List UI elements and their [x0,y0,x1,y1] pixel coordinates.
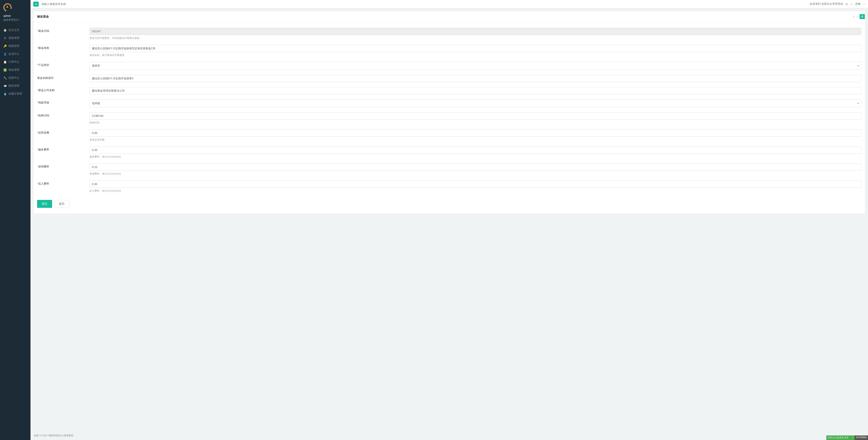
row-fund-code: *基金代码 基金代码不能重复，代码创建后不能再次修改 [37,28,861,40]
select-risk-level[interactable]: 低风险 [89,99,861,107]
welcome-text: 欢迎来到 创富后台管理系统 [810,2,843,6]
label-org-code: 机构代码 [38,114,49,117]
expand-icon[interactable]: ▭ [863,2,865,6]
label-short-name: 基金名称缩写 [37,76,54,79]
label-product-type: 产品类型 [38,63,49,67]
user-icon: 👤 [3,53,7,56]
input-mgmt-fee[interactable] [89,164,861,171]
row-service-fee: *服务费率 服务费率，单位为百分比(%) [37,146,861,159]
label-risk-level: 风险等级 [38,101,49,104]
reply-icon[interactable]: ↶ [856,15,858,18]
chevron-left-icon: ‹ [27,69,28,71]
nav: 🏠 后台主页 ⚙ 系统管理 ‹ 🔑 权限管理 ‹ 👤 会员中心 ‹ 📋 订单中心… [0,26,31,98]
sidebar: admin 超级管理员9 🏠 后台主页 ⚙ 系统管理 ‹ 🔑 权限管理 ‹ 👤 … [0,0,31,440]
nav-item-yuebao[interactable]: 💧 余额宝管理 ‹ [0,90,31,98]
nav-item-permission[interactable]: 🔑 权限管理 ‹ [0,42,31,50]
trash-icon[interactable]: 🗑 [845,2,848,6]
logout-icon[interactable]: ↦ [850,2,853,6]
row-start-amount: *起投金额 基金起投金额 [37,129,861,141]
perf-badge: 开开心心过大年 开开 ✓ 0.070599s [826,435,868,440]
help-buy-fee: 买入费率，单位为百分比(%) [89,189,861,193]
nav-label: 权限管理 [8,44,19,48]
nav-item-finance[interactable]: 📨 财务管理 ‹ [0,82,31,90]
hamburger-icon: ≡ [35,3,37,5]
label-fund-code: 基金代码 [38,29,49,33]
input-start-amount[interactable] [89,129,861,137]
key-icon: 🔑 [3,44,7,48]
badge-time: 0.070599s [855,435,868,440]
drop-icon: 💧 [3,92,7,96]
row-buy-fee: *买入费率 买入费率，单位为百分比(%) [37,180,861,193]
form-actions: 提交 返回 [37,198,861,210]
chart-icon: 💹 [3,68,7,72]
input-org-code[interactable] [89,112,861,120]
input-company[interactable] [89,87,861,94]
home-icon: 🏠 [3,29,7,32]
refresh-icon[interactable]: ⟳ [853,15,855,18]
config-icon[interactable]: ⚙ [860,14,865,19]
row-company: *基金公司名称 [37,87,861,94]
row-short-name: 基金名称缩写 [37,75,861,82]
gear-icon: ⚙ [3,37,7,40]
nav-label: 系统管理 [8,36,19,40]
nav-item-fund[interactable]: 💹 基金管理 ‹ [0,66,31,74]
nav-label: 基金管理 [8,68,19,72]
nav-label: 后台主页 [8,28,19,32]
username: admin [3,14,27,18]
nav-label: 订单中心 [8,60,19,64]
main: ≡ 欢迎来到 创富后台管理系统 🗑 ↦ 注销 ▭ 修改基金 ⟳ ↶ ⚙ *基金代 [31,0,868,440]
footer: 创富 © 2021 网络科技后台管理系统 [31,431,868,440]
back-button[interactable]: 返回 [54,200,69,208]
chevron-left-icon: ‹ [27,77,28,79]
nav-label: 会员中心 [8,52,19,56]
logout-link[interactable]: 注销 [855,2,861,6]
nav-item-member[interactable]: 👤 会员中心 ‹ [0,50,31,58]
topbar-right: 欢迎来到 创富后台管理系统 🗑 ↦ 注销 ▭ [810,2,865,6]
label-buy-fee: 买入费率 [38,182,49,185]
badge-check-icon: ✓ [850,435,855,440]
label-fund-name: 基金名称 [38,46,49,49]
nav-label: 财务管理 [8,84,19,88]
mail-icon: 📨 [3,84,7,88]
panel-body: *基金代码 基金代码不能重复，代码创建后不能再次修改 *基金名称 基金名称，请尽… [34,22,865,213]
hamburger-button[interactable]: ≡ [33,2,39,7]
chevron-left-icon: ‹ [27,61,28,63]
panel-title: 修改基金 [37,14,49,19]
label-start-amount: 起投金额 [38,131,49,134]
wrench-icon: 🔧 [3,76,7,79]
content: 修改基金 ⟳ ↶ ⚙ *基金代码 基金代码不能重复，代码创建后不能再次修改 *基… [31,8,868,431]
nav-label: 信息中心 [8,76,19,80]
row-product-type: *产品类型 债券型 [37,62,861,70]
topbar: ≡ 欢迎来到 创富后台管理系统 🗑 ↦ 注销 ▭ [31,0,868,8]
search-input[interactable] [41,2,87,6]
label-service-fee: 服务费率 [38,148,49,151]
nav-item-system[interactable]: ⚙ 系统管理 ‹ [0,34,31,42]
chevron-left-icon: ‹ [27,93,28,95]
badge-text: 开开心心过大年 开开 [826,435,850,440]
panel-head: 修改基金 ⟳ ↶ ⚙ [34,11,865,22]
label-mgmt-fee: 管理费率 [38,165,49,168]
row-org-code: *机构代码 机构代码 [37,112,861,124]
input-service-fee[interactable] [89,146,861,154]
chevron-left-icon: ‹ [27,37,28,39]
select-product-type[interactable]: 债券型 [89,62,861,70]
submit-button[interactable]: 提交 [37,200,52,208]
user-role-dropdown[interactable]: 超级管理员9 [3,18,27,22]
help-org-code: 机构代码 [89,121,861,124]
panel-tools: ⟳ ↶ ⚙ [853,14,861,19]
nav-label: 余额宝管理 [8,92,22,96]
input-short-name[interactable] [89,75,861,82]
row-mgmt-fee: *管理费率 管理费率，单位为百分比(%) [37,164,861,175]
panel: 修改基金 ⟳ ↶ ⚙ *基金代码 基金代码不能重复，代码创建后不能再次修改 *基… [34,11,865,213]
nav-item-order[interactable]: 📋 订单中心 ‹ [0,58,31,66]
help-start-amount: 基金起投金额 [89,138,861,141]
nav-item-info[interactable]: 🔧 信息中心 ‹ [0,74,31,82]
row-fund-name: *基金名称 基金名称，请尽量保持不要重复 [37,45,861,57]
help-fund-name: 基金名称，请尽量保持不要重复 [89,54,861,57]
input-buy-fee[interactable] [89,180,861,188]
help-fund-code: 基金代码不能重复，代码创建后不能再次修改 [89,36,861,40]
nav-item-home[interactable]: 🏠 后台主页 [0,26,31,34]
input-fund-name[interactable] [89,45,861,52]
logo [3,3,12,12]
label-company: 基金公司名称 [38,89,55,92]
